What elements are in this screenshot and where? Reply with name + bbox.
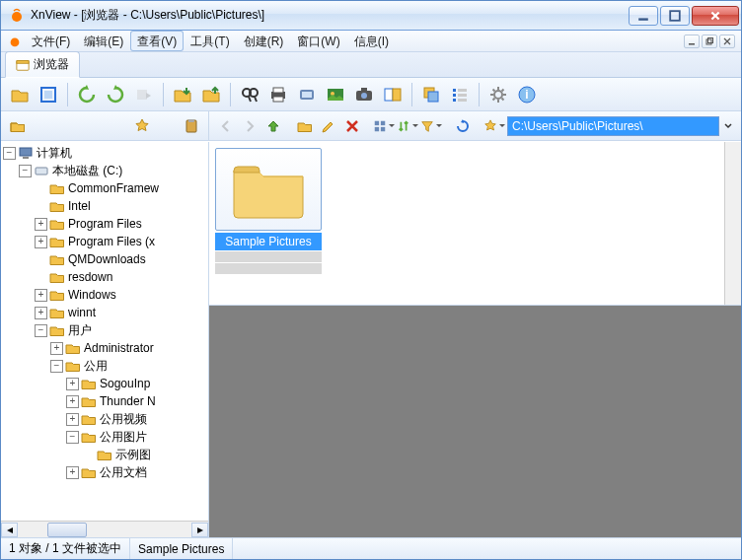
tree-row[interactable]: −公用图片 [1,428,208,446]
slideshow-button[interactable] [323,82,348,107]
tree-row[interactable]: +公用视频 [1,410,208,428]
folder-icon [49,269,65,285]
thumbnail-item[interactable]: Sample Pictures [215,148,322,274]
import-button[interactable] [170,82,195,107]
toolbar-divider [411,83,412,106]
tree-row[interactable]: +Thunder N [1,392,208,410]
tree-row[interactable]: Intel [1,197,208,215]
sort-button[interactable] [397,115,418,137]
filter-button[interactable] [420,115,442,137]
list-button[interactable] [447,82,473,107]
close-button[interactable] [692,6,739,26]
edit-button[interactable] [318,115,339,137]
tree-row[interactable]: +Administrator [1,339,208,357]
mdi-restore-button[interactable] [702,35,717,48]
favorites-button[interactable] [483,115,505,137]
menu-info[interactable]: 信息(I) [347,31,396,51]
svg-text:i: i [525,88,528,102]
tree-row[interactable]: +Windows [1,286,208,304]
titlebar: XnView - [浏览器 - C:\Users\Public\Pictures… [1,1,741,31]
folder-tree-pane: −计算机 −本地磁盘 (C:) CommonFramew Intel +Prog… [1,142,209,537]
tree-row[interactable]: +公用文档 [1,463,208,481]
view-mode-button[interactable] [373,115,395,137]
address-bar[interactable]: C:\Users\Public\Pictures\ [507,116,719,136]
mdi-minimize-button[interactable] [684,35,700,48]
fullscreen-button[interactable] [36,82,61,107]
convert-button[interactable] [131,82,157,107]
settings-button[interactable] [485,82,511,107]
menu-window[interactable]: 窗口(W) [290,31,346,51]
svg-rect-44 [23,157,29,159]
delete-button[interactable] [341,115,363,137]
menu-edit[interactable]: 编辑(E) [77,31,130,51]
svg-rect-8 [17,60,29,63]
up-button[interactable] [262,115,284,137]
maximize-button[interactable] [660,6,690,26]
svg-point-3 [11,37,20,46]
tree-sync-button[interactable] [7,115,29,137]
folder-icon [49,251,65,267]
tab-browser-label: 浏览器 [34,56,69,73]
tree-row[interactable]: +winnt [1,304,208,321]
tree-horizontal-scrollbar[interactable]: ◂ ▸ [1,521,208,537]
favorites-tree-button[interactable] [131,115,153,137]
tree-row[interactable]: +Program Files [1,215,208,233]
batch-button[interactable] [418,82,444,107]
address-dropdown-button[interactable] [721,116,735,136]
back-button[interactable] [215,115,237,137]
folder-tree[interactable]: −计算机 −本地磁盘 (C:) CommonFramew Intel +Prog… [1,142,208,521]
mdi-close-button[interactable] [719,35,735,48]
scroll-right-button[interactable]: ▸ [191,523,208,537]
folder-icon [81,393,97,409]
refresh-ccw-button[interactable] [74,82,100,107]
content-area: −计算机 −本地磁盘 (C:) CommonFramew Intel +Prog… [1,141,741,537]
capture-button[interactable] [351,82,377,107]
about-button[interactable]: i [514,82,540,107]
svg-rect-4 [689,43,695,45]
export-button[interactable] [198,82,224,107]
thumbnail-pane[interactable]: Sample Pictures [209,142,741,306]
svg-rect-27 [428,92,438,102]
scroll-thumb[interactable] [47,523,87,537]
tree-row[interactable]: −本地磁盘 (C:) [1,162,208,179]
svg-point-34 [494,91,502,99]
refresh-cw-button[interactable] [103,82,128,107]
thumbnail-label: Sample Pictures [215,233,322,250]
clipboard-button[interactable] [181,115,202,137]
new-folder-button[interactable] [294,115,316,137]
tree-row[interactable]: −用户 [1,321,208,339]
open-button[interactable] [7,82,33,107]
window-title: XnView - [浏览器 - C:\Users\Public\Pictures… [31,7,629,24]
minimize-button[interactable] [629,6,658,26]
svg-point-22 [361,93,367,99]
tree-row[interactable]: 示例图 [1,446,208,463]
forward-button[interactable] [239,115,260,137]
tree-row[interactable]: resdown [1,268,208,286]
tree-row[interactable]: QMDownloads [1,250,208,268]
tree-row[interactable]: −计算机 [1,144,208,162]
tree-row[interactable]: CommonFramew [1,179,208,197]
reload-button[interactable] [452,115,474,137]
menu-tools[interactable]: 工具(T) [184,31,236,51]
folder-icon [49,216,65,232]
menu-create[interactable]: 创建(R) [237,31,291,51]
svg-rect-39 [375,120,379,124]
svg-rect-45 [36,168,47,175]
preview-pane [209,306,741,537]
tree-row[interactable]: −公用 [1,357,208,375]
thumbnail-vertical-scrollbar[interactable] [724,142,741,305]
address-text: C:\Users\Public\Pictures\ [512,119,643,133]
folder-icon [81,464,97,480]
tab-browser[interactable]: 浏览器 [5,51,80,78]
compare-button[interactable] [380,82,406,107]
menubar: 文件(F) 编辑(E) 查看(V) 工具(T) 创建(R) 窗口(W) 信息(I… [1,31,741,52]
menu-view[interactable]: 查看(V) [130,31,184,51]
tree-row[interactable]: +Program Files (x [1,233,208,250]
scan-button[interactable] [294,82,320,107]
print-button[interactable] [265,82,291,107]
menu-file[interactable]: 文件(F) [25,31,77,51]
thumbnail-meta [215,251,322,262]
scroll-left-button[interactable]: ◂ [1,523,18,537]
search-button[interactable] [237,82,262,107]
tree-row[interactable]: +SogouInp [1,375,208,392]
